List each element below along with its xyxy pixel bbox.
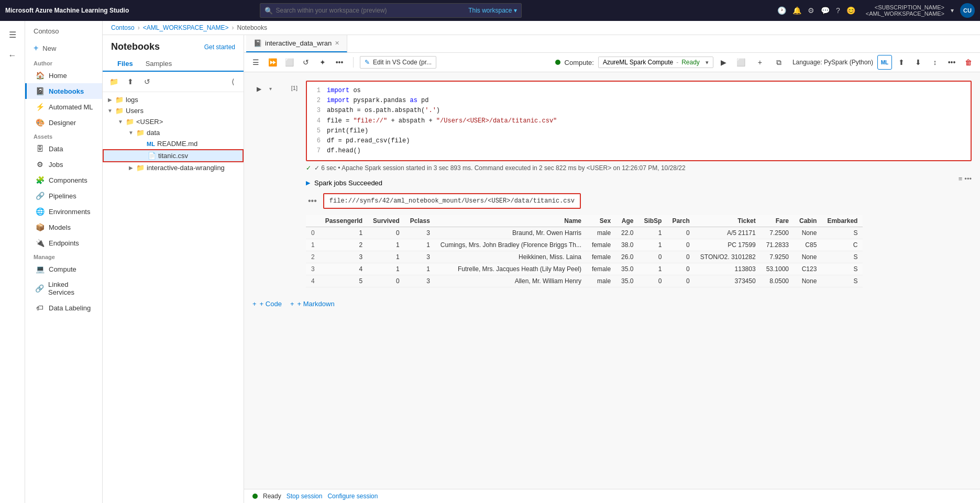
sidebar-item-environments[interactable]: 🌐 Environments — [25, 204, 102, 219]
sidebar-item-home[interactable]: 🏠 Home — [25, 68, 102, 83]
table-cell: Heikkinen, Miss. Laina — [435, 251, 587, 263]
sidebar-item-models[interactable]: 📦 Models — [25, 219, 102, 235]
notebook-editor: 📓 interactive_data_wran ✕ ☰ ⏩ ⬜ ↺ ✦ ••• … — [244, 35, 980, 503]
cell-output-button[interactable]: ⬜ — [734, 55, 748, 70]
insert-above-button[interactable]: ⬆ — [894, 55, 909, 70]
table-cell: C — [822, 239, 863, 251]
tree-item-interactive[interactable]: ▶ 📁 interactive-data-wrangling — [103, 162, 244, 173]
upload-button[interactable]: ⬆ — [124, 75, 137, 88]
file-panel-toolbar: 📁 ⬆ ↺ ⟨ — [103, 72, 244, 92]
back-icon[interactable]: ← — [3, 46, 22, 65]
refresh-button[interactable]: ↺ — [140, 75, 154, 88]
output-more-icon[interactable]: ••• — [964, 175, 972, 183]
restart-button[interactable]: ↺ — [299, 55, 313, 70]
tab-samples[interactable]: Samples — [139, 57, 179, 72]
feedback-icon[interactable]: 💬 — [821, 6, 830, 15]
copy-button[interactable]: ⧉ — [772, 55, 786, 70]
dropdown-arrow-icon[interactable]: ▾ — [951, 7, 954, 14]
search-scope[interactable]: This workspace ▾ — [468, 7, 516, 14]
sidebar-item-components[interactable]: 🧩 Components — [25, 172, 102, 188]
output-list-icon[interactable]: ≡ — [959, 175, 963, 183]
emoji-icon[interactable]: 😊 — [846, 6, 855, 15]
automated-ml-icon: ⚡ — [35, 103, 45, 111]
sidebar-item-data-labeling[interactable]: 🏷 Data Labeling — [25, 300, 102, 316]
add-cell-button[interactable]: + — [753, 55, 767, 70]
breadcrumb-sep-1: › — [138, 24, 140, 31]
environments-icon: 🌐 — [35, 207, 45, 216]
gear-icon[interactable]: ⚙ — [808, 6, 814, 15]
table-cell: PC 17599 — [695, 239, 761, 251]
sidebar-item-linked-services[interactable]: 🔗 Linked Services — [25, 277, 102, 300]
add-code-button[interactable]: + + Code — [252, 300, 282, 308]
run-cell-btn[interactable]: ▶ — [252, 81, 265, 93]
table-cell: 5 — [320, 275, 368, 287]
table-body: 0103Braund, Mr. Owen Harrismale22.010A/5… — [306, 227, 863, 287]
help-icon[interactable]: ? — [836, 6, 840, 15]
ml-badge-button[interactable]: ML — [877, 55, 892, 70]
bell-icon[interactable]: 🔔 — [792, 6, 801, 15]
move-button[interactable]: ↕ — [928, 55, 942, 70]
more-toolbar-button[interactable]: ••• — [332, 55, 347, 70]
dots-icon[interactable]: ••• — [306, 196, 319, 206]
tree-item-data[interactable]: ▼ 📁 data — [103, 127, 244, 138]
compute-selector[interactable]: AzureML Spark Compute - Ready ▾ — [598, 57, 713, 68]
th-embarked: Embarked — [822, 215, 863, 227]
check-icon: ✓ — [306, 164, 311, 172]
user-info[interactable]: <SUBSCRIPTION_NAME> <AML_WORKSPACE_NAME> — [866, 4, 944, 17]
run-all-button[interactable]: ⏩ — [265, 55, 280, 70]
tree-item-users[interactable]: ▼ 📁 Users — [103, 105, 244, 116]
table-cell: 3 — [306, 263, 320, 275]
sidebar-item-data[interactable]: 🗄 Data — [25, 141, 102, 157]
table-cell: 1 — [368, 239, 405, 251]
table-cell: 0 — [306, 227, 320, 239]
edit-vscode-button[interactable]: ✎ Edit in VS Code (pr... — [360, 56, 436, 69]
tree-item-titanic[interactable]: 📄 titanic.csv — [103, 149, 244, 162]
delete-cell-button[interactable]: 🗑 — [961, 55, 976, 70]
nav-brand[interactable]: Contoso — [25, 21, 102, 39]
stop-button[interactable]: ⬜ — [282, 55, 296, 70]
menu-button[interactable]: ☰ — [248, 55, 263, 70]
stop-session-link[interactable]: Stop session — [287, 493, 323, 500]
spark-chevron-icon[interactable]: ▶ — [306, 180, 310, 186]
breadcrumb-contoso[interactable]: Contoso — [111, 24, 135, 31]
main-content: Contoso › <AML_WORKSPACE_NAME> › Noteboo… — [103, 21, 980, 503]
code-line-5: 5 print(file) — [313, 126, 964, 136]
hamburger-icon[interactable]: ☰ — [3, 25, 22, 44]
sidebar-item-notebooks[interactable]: 📓 Notebooks — [25, 83, 102, 99]
folder-icon: 📁 — [115, 96, 124, 104]
notebook-tab-interactive[interactable]: 📓 interactive_data_wran ✕ — [246, 35, 347, 52]
search-input[interactable] — [276, 7, 469, 14]
sidebar-item-pipelines[interactable]: 🔗 Pipelines — [25, 188, 102, 204]
add-markdown-button[interactable]: + + Markdown — [290, 300, 335, 308]
notebook-content: ▶ ▾ [1] 1 import os — [244, 72, 980, 489]
sidebar-item-compute[interactable]: 💻 Compute — [25, 261, 102, 277]
sidebar-item-jobs[interactable]: ⚙ Jobs — [25, 157, 102, 172]
table-cell: 71.2833 — [761, 239, 794, 251]
tree-item-user[interactable]: ▼ 📁 <USER> — [103, 116, 244, 127]
run-cell-button[interactable]: ▶ — [718, 56, 730, 69]
get-started-link[interactable]: Get started — [204, 43, 235, 51]
toolbar-end-buttons: ML ⬆ ⬇ ↕ ••• 🗑 — [877, 55, 976, 70]
tree-item-readme[interactable]: ML README.md — [103, 138, 244, 149]
sidebar-item-designer[interactable]: 🎨 Designer — [25, 115, 102, 130]
new-folder-button[interactable]: 📁 — [107, 75, 120, 88]
table-row: 1211Cumings, Mrs. John Bradley (Florence… — [306, 239, 863, 251]
tab-files[interactable]: Files — [111, 57, 139, 72]
configure-session-link[interactable]: Configure session — [327, 493, 378, 500]
collapse-panel-button[interactable]: ⟨ — [226, 75, 239, 88]
table-cell: None — [794, 275, 822, 287]
tree-item-logs[interactable]: ▶ 📁 logs — [103, 94, 244, 105]
breadcrumb-workspace[interactable]: <AML_WORKSPACE_NAME> — [143, 24, 229, 31]
code-cell[interactable]: 1 import os 2 import pyspark.pandas as p… — [306, 81, 972, 161]
new-button[interactable]: + New — [25, 39, 102, 57]
clock-icon[interactable]: 🕐 — [777, 6, 786, 15]
expand-cell-btn[interactable]: ▾ — [269, 81, 278, 92]
table-cell: Allen, Mr. William Henry — [435, 275, 587, 287]
sidebar-item-endpoints[interactable]: 🔌 Endpoints — [25, 235, 102, 251]
insert-below-button[interactable]: ⬇ — [911, 55, 926, 70]
close-tab-button[interactable]: ✕ — [335, 40, 339, 47]
sidebar-item-automated-ml[interactable]: ⚡ Automated ML — [25, 99, 102, 115]
more-cell-button[interactable]: ••• — [944, 55, 959, 70]
clear-button[interactable]: ✦ — [315, 55, 330, 70]
table-header-row: PassengerId Survived Pclass Name Sex Age… — [306, 215, 863, 227]
